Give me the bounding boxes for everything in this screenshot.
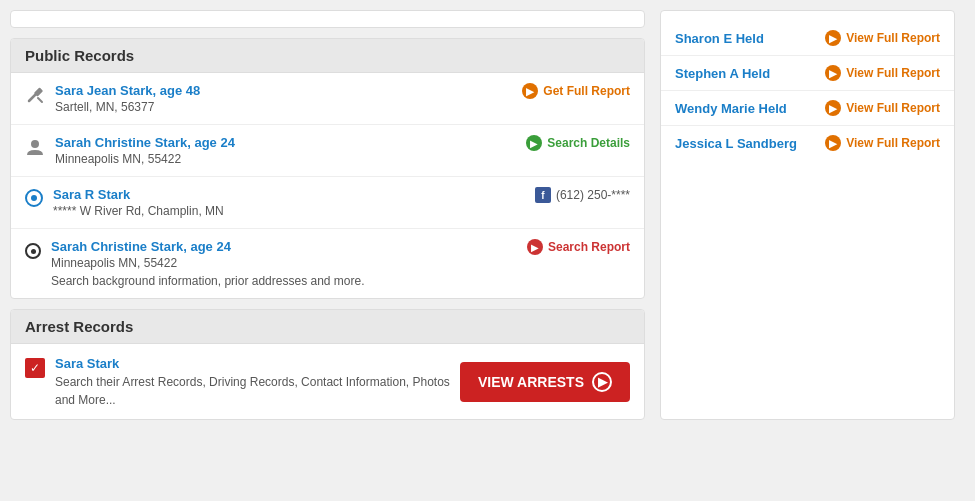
public-records-header: Public Records xyxy=(11,39,644,73)
search-details-btn[interactable]: Search Details xyxy=(547,136,630,150)
record-left: Sara R Stark ***** W River Rd, Champlin,… xyxy=(25,187,525,218)
get-full-report-btn[interactable]: Get Full Report xyxy=(543,84,630,98)
right-row: Stephen A Held ▶ View Full Report xyxy=(661,56,954,91)
record-item: Sarah Christine Stark, age 24 Minneapoli… xyxy=(11,229,644,298)
view-full-report-action[interactable]: ▶ View Full Report xyxy=(825,100,940,116)
right-person-name[interactable]: Wendy Marie Held xyxy=(675,101,787,116)
arrow-icon: ▶ xyxy=(592,372,612,392)
svg-line-2 xyxy=(38,98,42,102)
record-name-link[interactable]: Sarah Christine Stark, age 24 xyxy=(55,135,235,150)
record-action: f (612) 250-**** xyxy=(535,187,630,203)
view-full-report-action[interactable]: ▶ View Full Report xyxy=(825,65,940,81)
record-item: Sara Jean Stark, age 48 Sartell, MN, 563… xyxy=(11,73,644,125)
left-panel: Public Records Sara Jean Stark, age 48 S… xyxy=(10,10,645,420)
right-row: Jessica L Sandberg ▶ View Full Report xyxy=(661,126,954,160)
record-action[interactable]: ▶ Get Full Report xyxy=(522,83,630,99)
record-action[interactable]: ▶ Search Details xyxy=(526,135,630,151)
view-full-report-label: View Full Report xyxy=(846,31,940,45)
right-person-name[interactable]: Jessica L Sandberg xyxy=(675,136,797,151)
blue-circle-icon xyxy=(25,189,43,207)
tools-icon xyxy=(25,85,45,105)
arrest-desc2: and More... xyxy=(55,393,450,407)
record-item: Sarah Christine Stark, age 24 Minneapoli… xyxy=(11,125,644,177)
public-records-card: Public Records Sara Jean Stark, age 48 S… xyxy=(10,38,645,299)
view-full-report-action[interactable]: ▶ View Full Report xyxy=(825,135,940,151)
top-bar xyxy=(10,10,645,28)
record-item: Sara R Stark ***** W River Rd, Champlin,… xyxy=(11,177,644,229)
record-action[interactable]: ▶ Search Report xyxy=(527,239,630,255)
view-full-report-action[interactable]: ▶ View Full Report xyxy=(825,30,940,46)
record-address: ***** W River Rd, Champlin, MN xyxy=(53,204,224,218)
arrest-records-card: Arrest Records ✓ Sara Stark Search their… xyxy=(10,309,645,420)
record-info: Sarah Christine Stark, age 24 Minneapoli… xyxy=(55,135,235,166)
view-arrests-button[interactable]: VIEW ARRESTS ▶ xyxy=(460,362,630,402)
right-panel: Sharon E Held ▶ View Full Report Stephen… xyxy=(660,10,955,420)
orange-circle-icon: ▶ xyxy=(825,135,841,151)
record-left: Sarah Christine Stark, age 24 Minneapoli… xyxy=(25,239,517,288)
record-address: Minneapolis MN, 55422 xyxy=(55,152,235,166)
right-person-name[interactable]: Sharon E Held xyxy=(675,31,764,46)
orange-circle-icon: ▶ xyxy=(522,83,538,99)
check-red-icon: ✓ xyxy=(25,358,45,378)
red-circle-icon: ▶ xyxy=(527,239,543,255)
right-person-name[interactable]: Stephen A Held xyxy=(675,66,770,81)
svg-point-3 xyxy=(31,140,39,148)
person-icon xyxy=(25,137,45,157)
search-report-btn[interactable]: Search Report xyxy=(548,240,630,254)
record-info: Sara Jean Stark, age 48 Sartell, MN, 563… xyxy=(55,83,200,114)
record-address: Minneapolis MN, 55422 xyxy=(51,256,365,270)
arrest-record-item: ✓ Sara Stark Search their Arrest Records… xyxy=(11,344,644,419)
record-name-link[interactable]: Sarah Christine Stark, age 24 xyxy=(51,239,365,254)
view-full-report-label: View Full Report xyxy=(846,66,940,80)
arrest-desc1: Search their Arrest Records, Driving Rec… xyxy=(55,375,450,389)
green-circle-icon: ▶ xyxy=(526,135,542,151)
orange-circle-icon: ▶ xyxy=(825,100,841,116)
arrest-left: ✓ Sara Stark Search their Arrest Records… xyxy=(25,356,450,407)
record-name-link[interactable]: Sara Jean Stark, age 48 xyxy=(55,83,200,98)
record-address: Sartell, MN, 56377 xyxy=(55,100,200,114)
record-name-link[interactable]: Sara R Stark xyxy=(53,187,224,202)
record-left: Sara Jean Stark, age 48 Sartell, MN, 563… xyxy=(25,83,512,114)
record-info: Sara R Stark ***** W River Rd, Champlin,… xyxy=(53,187,224,218)
phone-number: (612) 250-**** xyxy=(556,188,630,202)
view-full-report-label: View Full Report xyxy=(846,136,940,150)
right-row: Sharon E Held ▶ View Full Report xyxy=(661,21,954,56)
view-full-report-label: View Full Report xyxy=(846,101,940,115)
orange-circle-icon: ▶ xyxy=(825,30,841,46)
black-circle-icon xyxy=(25,243,41,259)
arrest-records-header: Arrest Records xyxy=(11,310,644,344)
facebook-icon: f xyxy=(535,187,551,203)
view-arrests-label: VIEW ARRESTS xyxy=(478,374,584,390)
arrest-name-link[interactable]: Sara Stark xyxy=(55,356,450,371)
record-desc: Search background information, prior add… xyxy=(51,274,365,288)
right-row: Wendy Marie Held ▶ View Full Report xyxy=(661,91,954,126)
record-left: Sarah Christine Stark, age 24 Minneapoli… xyxy=(25,135,516,166)
record-info: Sarah Christine Stark, age 24 Minneapoli… xyxy=(51,239,365,288)
orange-circle-icon: ▶ xyxy=(825,65,841,81)
arrest-info: Sara Stark Search their Arrest Records, … xyxy=(55,356,450,407)
